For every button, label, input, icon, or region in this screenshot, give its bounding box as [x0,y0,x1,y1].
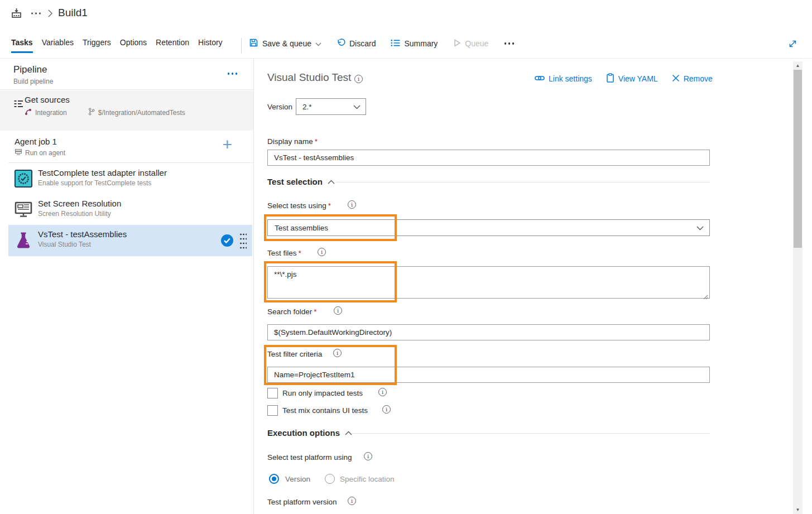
chevron-down-icon [353,105,361,109]
queue-button[interactable]: Queue [453,39,488,49]
page-title: Build1 [58,7,88,19]
get-sources-icon [14,99,23,111]
info-icon[interactable] [382,405,391,414]
task-title: VsTest - testAssemblies [38,229,127,239]
screen-resolution-icon [15,200,32,218]
expand-panel-icon[interactable] [788,39,797,51]
task-subtitle: Screen Resolution Utility [38,210,111,218]
more-actions-icon[interactable] [503,42,516,45]
execution-options-header[interactable]: Execution options [267,428,352,438]
task-row-vstest-selected[interactable]: VsTest - testAssemblies Visual Studio Te… [8,225,252,256]
pipeline-subtitle: Build pipeline [13,78,53,85]
task-subtitle: Enable support for TestComplete tests [38,179,151,187]
pipeline-more-icon[interactable] [227,73,237,75]
select-test-platform-label: Select test platform using [267,453,352,462]
get-sources-item[interactable]: Get sources Integration $/Integration/Au… [0,90,253,131]
drag-handle[interactable] [239,232,247,249]
tab-variables[interactable]: Variables [42,38,74,54]
undo-icon [337,39,345,49]
build-definition-icon [11,8,22,21]
specific-location-radio[interactable] [325,474,335,484]
version-label: Version [267,103,292,111]
display-name-label: Display name* [267,137,318,146]
scroll-down-icon[interactable]: ▼ [793,507,803,512]
radio-label[interactable]: Version [285,475,310,483]
task-row-testcomplete[interactable]: TestComplete test adapter installer Enab… [8,164,252,194]
version-radio[interactable] [269,474,279,484]
vertical-scrollbar[interactable]: ▲ ▼ [793,61,803,514]
test-files-textarea[interactable]: **\*.pjs [267,266,710,299]
tfvc-repo-icon [25,108,32,117]
breadcrumb-more-icon[interactable] [30,12,41,15]
scrollbar-thumb[interactable] [794,70,802,248]
pipeline-header[interactable]: Pipeline Build pipeline [0,59,253,90]
add-task-button[interactable]: + [222,136,232,153]
search-folder-input[interactable] [267,324,710,340]
info-icon[interactable] [364,452,372,460]
clipboard-icon [606,73,614,84]
info-icon[interactable] [334,306,342,315]
play-icon [453,39,461,49]
chevron-down-icon [315,39,321,48]
testcomplete-icon [15,170,32,188]
tab-tasks[interactable]: Tasks [11,38,33,54]
branch-icon [88,108,95,117]
radio-label[interactable]: Specific location [340,475,395,483]
select-tests-using-dropdown[interactable]: Test assemblies [267,219,710,236]
summary-button[interactable]: Summary [391,39,438,49]
get-sources-title: Get sources [25,95,70,104]
link-settings-button[interactable]: Link settings [535,73,592,84]
search-folder-label: Search folder* [267,308,317,316]
remove-task-button[interactable]: Remove [672,73,713,84]
task-subtitle: Visual Studio Test [38,241,91,248]
tab-retention[interactable]: Retention [156,38,189,54]
info-icon[interactable] [378,388,387,396]
test-mix-ui-tests-checkbox[interactable] [267,405,278,416]
toolbar-divider [241,38,242,54]
section-divider [336,182,710,182]
run-only-impacted-tests-checkbox[interactable] [267,388,278,398]
tab-history[interactable]: History [198,38,223,54]
save-icon [249,38,258,49]
chevron-up-icon [345,431,352,435]
top-header: Build1 [0,0,812,28]
info-icon[interactable] [333,349,342,357]
version-select[interactable]: 2.* [296,98,366,115]
test-filter-criteria-label: Test filter criteria [267,350,322,358]
vstest-flask-icon [15,231,32,249]
info-icon[interactable] [348,497,356,505]
repo-name: Integration [35,109,67,117]
info-icon[interactable] [354,75,363,83]
chevron-up-icon [328,180,335,184]
view-yaml-button[interactable]: View YAML [606,73,658,84]
tabs: Tasks Variables Triggers Options Retenti… [11,38,223,54]
info-icon[interactable] [318,248,326,256]
pipeline-title: Pipeline [13,64,47,75]
checkbox-label: Test mix contains UI tests [282,406,368,415]
agent-job-header[interactable]: Agent job 1 Run on agent + [8,131,253,163]
test-platform-version-label: Test platform version [267,498,337,506]
task-settings-panel: Visual Studio Test Link settings View YA… [254,59,792,514]
task-row-screen-resolution[interactable]: Set Screen Resolution Screen Resolution … [8,194,252,224]
discard-button[interactable]: Discard [337,39,376,49]
task-title: Set Screen Resolution [38,199,121,208]
chevron-down-icon [696,226,704,230]
list-icon [391,39,400,49]
test-filter-criteria-input[interactable] [267,367,710,383]
pipeline-sidebar: Pipeline Build pipeline Get sources Inte… [0,59,254,514]
scroll-up-icon[interactable]: ▲ [793,63,803,68]
save-and-queue-button[interactable]: Save & queue [249,38,321,49]
test-files-label: Test files* [267,249,301,257]
tab-triggers[interactable]: Triggers [83,38,111,54]
agent-job-subtitle: Run on agent [25,149,65,157]
selected-check-icon [220,234,234,249]
link-icon [535,74,545,84]
tab-options[interactable]: Options [120,38,147,54]
checkbox-label: Run only impacted tests [282,389,363,397]
select-tests-using-label: Select tests using* [267,201,331,210]
test-selection-header[interactable]: Test selection [267,177,335,186]
tab-bar: Tasks Variables Triggers Options Retenti… [0,28,812,59]
display-name-input[interactable] [267,150,710,166]
info-icon[interactable] [348,200,356,209]
source-path: $/Integration/AutomatedTests [98,109,185,117]
